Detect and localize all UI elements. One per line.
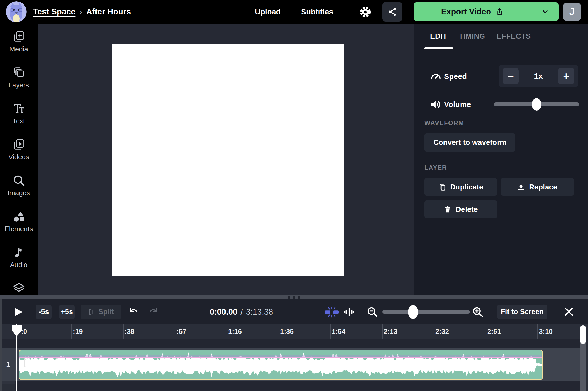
sidebar-item-layers[interactable]: Layers — [0, 60, 38, 96]
replace-button[interactable]: Replace — [501, 178, 574, 196]
convert-to-waveform-button[interactable]: Convert to waveform — [424, 133, 515, 152]
duplicate-icon — [438, 183, 446, 191]
speed-label: Speed — [444, 72, 467, 81]
play-button[interactable] — [13, 307, 23, 317]
trim-mode-button[interactable] — [343, 306, 356, 318]
waveform-section-heading: WAVEFORM — [424, 119, 464, 127]
export-group: Export Video — [414, 2, 559, 21]
timeline-zoom-thumb[interactable] — [408, 305, 418, 319]
time-separator: / — [240, 307, 243, 317]
upload-button[interactable]: Upload — [255, 0, 281, 24]
volume-speaker-icon — [430, 99, 441, 110]
subtitles-button[interactable]: Subtitles — [301, 0, 333, 24]
split-label: Split — [98, 308, 114, 316]
ruler-tick-label: 1:35 — [280, 327, 294, 336]
trash-icon — [444, 205, 452, 213]
redo-icon — [148, 307, 158, 317]
replace-label: Replace — [529, 183, 557, 191]
clip-volume-line[interactable] — [19, 357, 542, 358]
export-video-button[interactable]: Export Video — [414, 2, 532, 21]
sidebar-item-images[interactable]: Images — [0, 167, 38, 203]
tab-edit[interactable]: EDIT — [424, 24, 453, 49]
undo-button[interactable] — [129, 307, 139, 317]
stack-icon — [13, 282, 25, 295]
current-time: 0:00.00 — [210, 307, 237, 317]
redo-button[interactable] — [148, 307, 158, 317]
sidebar-item-text[interactable]: Text — [0, 96, 38, 131]
share-nodes-icon — [387, 7, 397, 17]
duplicate-button[interactable]: Duplicate — [424, 178, 497, 196]
timeline-zoom-slider[interactable] — [382, 310, 470, 314]
ruler-gridline — [123, 324, 124, 339]
clip-trim-handle-right[interactable] — [534, 359, 536, 367]
workspace-logo[interactable] — [6, 1, 27, 22]
sidebar-item-audio[interactable]: Audio — [0, 239, 38, 275]
track-gutter-gap — [2, 381, 15, 384]
snap-toggle-button[interactable] — [324, 306, 339, 318]
tab-timing[interactable]: TIMING — [453, 24, 491, 49]
play-icon — [13, 307, 23, 317]
ruler-tick-label: 2:51 — [487, 327, 501, 336]
speed-increase-button[interactable]: + — [558, 68, 574, 84]
breadcrumb-project-title[interactable]: After Hours — [86, 7, 131, 17]
layer-section-heading: LAYER — [424, 164, 447, 171]
zoom-out-icon — [367, 306, 378, 318]
ruler-tick-label: 1:16 — [228, 327, 242, 336]
audio-clip[interactable] — [19, 350, 543, 380]
user-avatar[interactable]: J — [563, 3, 581, 21]
ruler-tick-label: :0 — [21, 327, 27, 336]
volume-slider-thumb[interactable] — [532, 98, 541, 111]
speed-gauge-icon — [430, 70, 442, 82]
close-timeline-button[interactable] — [563, 306, 574, 317]
breadcrumb: Test Space › After Hours — [33, 0, 131, 24]
settings-button[interactable] — [359, 6, 372, 19]
sidebar-item-videos[interactable]: Videos — [0, 131, 38, 167]
ruler-tick-label: 1:54 — [332, 327, 345, 336]
zoom-in-button[interactable] — [472, 306, 484, 318]
ruler-tick-label: 2:32 — [435, 327, 449, 336]
timeline-toolbar: -5s +5s Split 0:00.00 / 3:13.38 — [0, 299, 588, 324]
forward-5s-button[interactable]: +5s — [59, 305, 75, 319]
sidebar-item-elements[interactable]: Elements — [0, 203, 38, 239]
video-canvas[interactable] — [112, 44, 344, 276]
duplicate-label: Duplicate — [450, 183, 483, 191]
sidebar-item-stack[interactable] — [0, 275, 38, 295]
canvas-workspace — [38, 24, 414, 295]
timeline-tracks: 1 — [0, 339, 588, 391]
fit-to-screen-button[interactable]: Fit to Screen — [497, 305, 547, 319]
volume-label: Volume — [444, 100, 471, 109]
timeline-right-edge — [586, 339, 588, 391]
sidebar-item-media[interactable]: Media — [0, 24, 38, 60]
ruler-tick-label: :19 — [73, 327, 83, 336]
export-options-button[interactable] — [532, 2, 559, 21]
panel-tabs: EDIT TIMING EFFECTS — [414, 24, 588, 49]
clip-trim-handle-left[interactable] — [24, 359, 26, 367]
split-button[interactable]: Split — [81, 305, 121, 319]
speed-decrease-button[interactable]: − — [503, 68, 519, 84]
convert-to-waveform-label: Convert to waveform — [433, 138, 506, 147]
kapwing-editor: Test Space › After Hours Upload Subtitle… — [0, 0, 588, 391]
volume-slider[interactable] — [494, 102, 579, 106]
timeline-resize-handle[interactable] — [0, 295, 588, 299]
ruler-tick-label: 3:10 — [539, 327, 553, 336]
delete-button[interactable]: Delete — [424, 200, 497, 218]
ruler-gridline — [71, 324, 72, 339]
breadcrumb-workspace-link[interactable]: Test Space — [33, 7, 75, 17]
audio-icon — [13, 246, 25, 259]
sidebar-item-label: Text — [13, 117, 25, 125]
timeline-scrollbar-track[interactable] — [580, 339, 586, 391]
replace-upload-icon — [517, 183, 525, 191]
zoom-in-icon — [472, 306, 484, 318]
tab-effects[interactable]: EFFECTS — [491, 24, 537, 49]
ruler-gridline — [330, 324, 331, 339]
share-button[interactable] — [382, 2, 402, 22]
timeline-scrollbar-thumb[interactable] — [580, 325, 586, 344]
zoom-out-button[interactable] — [367, 306, 378, 318]
ruler-gridline — [434, 324, 434, 339]
ruler-tick-label: :57 — [177, 327, 186, 336]
rewind-5s-button[interactable]: -5s — [36, 305, 52, 319]
sidebar-item-label: Elements — [4, 225, 33, 233]
timeline-ruler[interactable]: :0:19:38:571:161:351:542:132:322:513:10 — [0, 324, 588, 339]
layers-icon — [13, 66, 25, 79]
images-icon — [13, 174, 25, 187]
